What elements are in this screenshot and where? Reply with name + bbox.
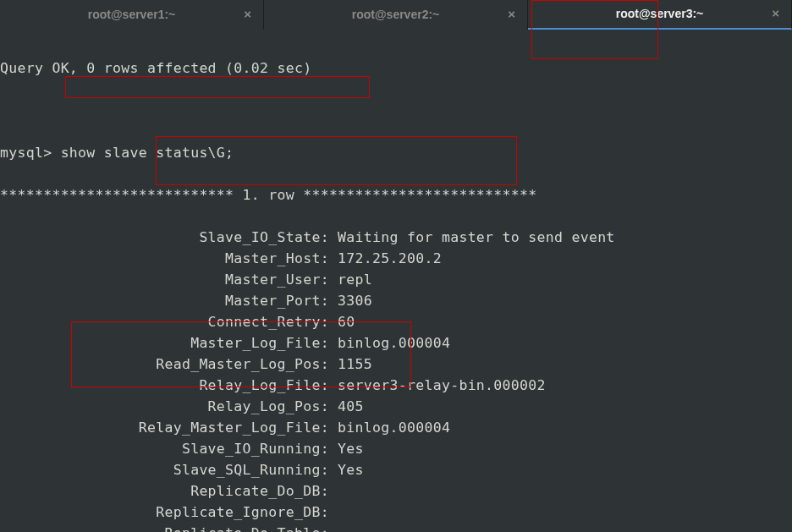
close-icon[interactable]: × <box>244 5 251 25</box>
field-line: Slave_IO_State: Waiting for master to se… <box>0 227 792 248</box>
field-line: Relay_Log_File: server3-relay-bin.000002 <box>0 375 792 396</box>
tab-label: root@server2:~ <box>352 6 440 24</box>
tab-label: root@server1:~ <box>88 6 176 24</box>
field-line: Slave_SQL_Running: Yes <box>0 459 792 480</box>
field-line: Master_Port: 3306 <box>0 290 792 311</box>
field-line: Master_User: repl <box>0 269 792 290</box>
blank-line <box>0 100 792 121</box>
close-icon[interactable]: × <box>772 4 779 24</box>
tab-server1[interactable]: root@server1:~ × <box>0 0 264 30</box>
mysql-prompt: mysql> <box>0 145 61 161</box>
close-icon[interactable]: × <box>508 5 515 25</box>
field-line: Read_Master_Log_Pos: 1155 <box>0 354 792 375</box>
tab-label: root@server3:~ <box>616 5 704 23</box>
command-text: show slave status\G; <box>61 145 234 161</box>
terminal-output[interactable]: Query OK, 0 rows affected (0.02 sec) mys… <box>0 30 792 532</box>
field-line: Relay_Master_Log_File: binlog.000004 <box>0 417 792 438</box>
tab-server3[interactable]: root@server3:~ × <box>528 0 792 30</box>
row-header: *************************** 1. row *****… <box>0 184 792 206</box>
field-line: Replicate_Ignore_DB: <box>0 502 792 523</box>
field-line: Replicate_Do_Table: <box>0 523 792 532</box>
prompt-line: mysql> show slave status\G; <box>0 142 792 163</box>
field-line: Master_Log_File: binlog.000004 <box>0 332 792 354</box>
field-line: Master_Host: 172.25.200.2 <box>0 248 792 269</box>
field-line: Replicate_Do_DB: <box>0 480 792 502</box>
field-line: Slave_IO_Running: Yes <box>0 438 792 459</box>
field-line: Connect_Retry: 60 <box>0 311 792 332</box>
field-list: Slave_IO_State: Waiting for master to se… <box>0 227 792 532</box>
highlight-box-command <box>65 76 370 98</box>
tab-bar: root@server1:~ × root@server2:~ × root@s… <box>0 0 792 30</box>
field-line: Relay_Log_Pos: 405 <box>0 396 792 417</box>
query-ok-line: Query OK, 0 rows affected (0.02 sec) <box>0 58 792 79</box>
tab-server2[interactable]: root@server2:~ × <box>264 0 528 30</box>
